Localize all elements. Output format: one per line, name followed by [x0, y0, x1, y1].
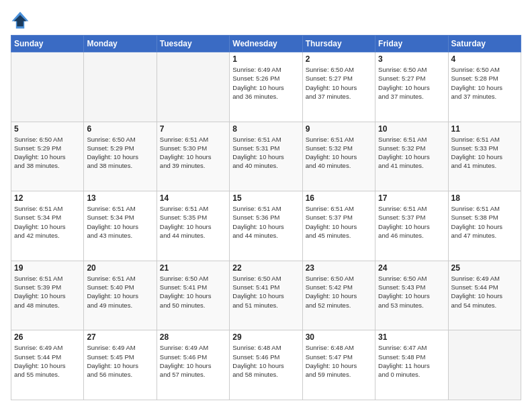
day-number: 15	[232, 193, 299, 203]
calendar-header-row: SundayMondayTuesdayWednesdayThursdayFrid…	[11, 36, 521, 52]
day-number: 4	[451, 54, 518, 64]
day-number: 14	[160, 193, 226, 203]
header	[11, 11, 521, 30]
day-number: 19	[14, 263, 81, 273]
calendar-cell	[11, 52, 84, 122]
day-info: Sunrise: 6:49 AM Sunset: 5:44 PM Dayligh…	[451, 274, 518, 310]
day-number: 18	[451, 193, 518, 203]
day-info: Sunrise: 6:50 AM Sunset: 5:41 PM Dayligh…	[160, 274, 226, 310]
day-number: 24	[378, 263, 445, 273]
day-number: 25	[451, 263, 518, 273]
day-number: 31	[378, 332, 445, 342]
calendar-cell: 7Sunrise: 6:51 AM Sunset: 5:30 PM Daylig…	[157, 122, 229, 191]
day-number: 17	[378, 193, 445, 203]
day-info: Sunrise: 6:48 AM Sunset: 5:47 PM Dayligh…	[306, 343, 372, 379]
calendar-cell: 22Sunrise: 6:50 AM Sunset: 5:41 PM Dayli…	[230, 261, 302, 330]
logo-icon	[11, 11, 30, 30]
day-info: Sunrise: 6:51 AM Sunset: 5:34 PM Dayligh…	[14, 204, 81, 240]
day-info: Sunrise: 6:51 AM Sunset: 5:34 PM Dayligh…	[87, 204, 153, 240]
calendar-cell: 8Sunrise: 6:51 AM Sunset: 5:31 PM Daylig…	[230, 122, 302, 191]
day-number: 27	[87, 332, 153, 342]
calendar-cell: 26Sunrise: 6:49 AM Sunset: 5:44 PM Dayli…	[11, 330, 84, 400]
calendar-week-0: 1Sunrise: 6:49 AM Sunset: 5:26 PM Daylig…	[11, 52, 521, 122]
calendar-header-friday: Friday	[375, 36, 448, 52]
calendar-header-monday: Monday	[84, 36, 157, 52]
calendar-cell: 31Sunrise: 6:47 AM Sunset: 5:48 PM Dayli…	[375, 330, 448, 400]
calendar-cell: 14Sunrise: 6:51 AM Sunset: 5:35 PM Dayli…	[157, 191, 229, 261]
calendar-week-4: 26Sunrise: 6:49 AM Sunset: 5:44 PM Dayli…	[11, 330, 521, 400]
svg-marker-1	[14, 15, 27, 26]
day-info: Sunrise: 6:50 AM Sunset: 5:42 PM Dayligh…	[306, 274, 372, 310]
calendar-cell: 16Sunrise: 6:51 AM Sunset: 5:37 PM Dayli…	[302, 191, 375, 261]
day-number: 9	[306, 124, 372, 134]
calendar-header-saturday: Saturday	[448, 36, 521, 52]
day-info: Sunrise: 6:50 AM Sunset: 5:41 PM Dayligh…	[232, 274, 299, 310]
day-info: Sunrise: 6:50 AM Sunset: 5:27 PM Dayligh…	[378, 65, 445, 101]
day-info: Sunrise: 6:49 AM Sunset: 5:44 PM Dayligh…	[14, 343, 81, 379]
day-number: 29	[232, 332, 299, 342]
calendar-cell: 3Sunrise: 6:50 AM Sunset: 5:27 PM Daylig…	[375, 52, 448, 122]
calendar-cell	[84, 52, 157, 122]
calendar-cell: 1Sunrise: 6:49 AM Sunset: 5:26 PM Daylig…	[230, 52, 302, 122]
calendar-cell: 28Sunrise: 6:49 AM Sunset: 5:46 PM Dayli…	[157, 330, 229, 400]
day-number: 12	[14, 193, 81, 203]
day-info: Sunrise: 6:51 AM Sunset: 5:39 PM Dayligh…	[14, 274, 81, 310]
calendar-cell	[157, 52, 229, 122]
day-number: 30	[306, 332, 372, 342]
calendar-header-thursday: Thursday	[302, 36, 375, 52]
calendar-cell: 13Sunrise: 6:51 AM Sunset: 5:34 PM Dayli…	[84, 191, 157, 261]
day-info: Sunrise: 6:51 AM Sunset: 5:30 PM Dayligh…	[160, 135, 226, 171]
day-info: Sunrise: 6:49 AM Sunset: 5:45 PM Dayligh…	[87, 343, 153, 379]
day-info: Sunrise: 6:50 AM Sunset: 5:29 PM Dayligh…	[87, 135, 153, 171]
day-info: Sunrise: 6:51 AM Sunset: 5:31 PM Dayligh…	[232, 135, 299, 171]
calendar-cell: 30Sunrise: 6:48 AM Sunset: 5:47 PM Dayli…	[302, 330, 375, 400]
day-info: Sunrise: 6:51 AM Sunset: 5:37 PM Dayligh…	[306, 204, 372, 240]
calendar-table: SundayMondayTuesdayWednesdayThursdayFrid…	[11, 35, 521, 400]
day-info: Sunrise: 6:51 AM Sunset: 5:40 PM Dayligh…	[87, 274, 153, 310]
day-info: Sunrise: 6:51 AM Sunset: 5:32 PM Dayligh…	[378, 135, 445, 171]
calendar-cell: 27Sunrise: 6:49 AM Sunset: 5:45 PM Dayli…	[84, 330, 157, 400]
day-number: 2	[306, 54, 372, 64]
calendar-cell: 21Sunrise: 6:50 AM Sunset: 5:41 PM Dayli…	[157, 261, 229, 330]
day-info: Sunrise: 6:51 AM Sunset: 5:36 PM Dayligh…	[232, 204, 299, 240]
day-number: 6	[87, 124, 153, 134]
calendar-cell: 2Sunrise: 6:50 AM Sunset: 5:27 PM Daylig…	[302, 52, 375, 122]
day-number: 13	[87, 193, 153, 203]
day-info: Sunrise: 6:51 AM Sunset: 5:33 PM Dayligh…	[451, 135, 518, 171]
day-info: Sunrise: 6:51 AM Sunset: 5:38 PM Dayligh…	[451, 204, 518, 240]
calendar-cell	[448, 330, 521, 400]
day-info: Sunrise: 6:48 AM Sunset: 5:46 PM Dayligh…	[232, 343, 299, 379]
calendar-cell: 18Sunrise: 6:51 AM Sunset: 5:38 PM Dayli…	[448, 191, 521, 261]
calendar-header-wednesday: Wednesday	[230, 36, 302, 52]
calendar-cell: 17Sunrise: 6:51 AM Sunset: 5:37 PM Dayli…	[375, 191, 448, 261]
day-number: 8	[232, 124, 299, 134]
day-number: 16	[306, 193, 372, 203]
calendar-cell: 29Sunrise: 6:48 AM Sunset: 5:46 PM Dayli…	[230, 330, 302, 400]
day-number: 23	[306, 263, 372, 273]
calendar-cell: 10Sunrise: 6:51 AM Sunset: 5:32 PM Dayli…	[375, 122, 448, 191]
calendar-cell: 24Sunrise: 6:50 AM Sunset: 5:43 PM Dayli…	[375, 261, 448, 330]
day-info: Sunrise: 6:49 AM Sunset: 5:26 PM Dayligh…	[232, 65, 299, 101]
page: SundayMondayTuesdayWednesdayThursdayFrid…	[0, 0, 532, 411]
day-info: Sunrise: 6:50 AM Sunset: 5:29 PM Dayligh…	[14, 135, 81, 171]
calendar-cell: 9Sunrise: 6:51 AM Sunset: 5:32 PM Daylig…	[302, 122, 375, 191]
day-info: Sunrise: 6:50 AM Sunset: 5:43 PM Dayligh…	[378, 274, 445, 310]
calendar-cell: 19Sunrise: 6:51 AM Sunset: 5:39 PM Dayli…	[11, 261, 84, 330]
calendar-week-2: 12Sunrise: 6:51 AM Sunset: 5:34 PM Dayli…	[11, 191, 521, 261]
day-number: 22	[232, 263, 299, 273]
day-number: 26	[14, 332, 81, 342]
calendar-cell: 11Sunrise: 6:51 AM Sunset: 5:33 PM Dayli…	[448, 122, 521, 191]
day-info: Sunrise: 6:51 AM Sunset: 5:35 PM Dayligh…	[160, 204, 226, 240]
day-info: Sunrise: 6:51 AM Sunset: 5:37 PM Dayligh…	[378, 204, 445, 240]
calendar-cell: 15Sunrise: 6:51 AM Sunset: 5:36 PM Dayli…	[230, 191, 302, 261]
calendar-week-3: 19Sunrise: 6:51 AM Sunset: 5:39 PM Dayli…	[11, 261, 521, 330]
day-number: 5	[14, 124, 81, 134]
calendar-cell: 5Sunrise: 6:50 AM Sunset: 5:29 PM Daylig…	[11, 122, 84, 191]
day-info: Sunrise: 6:50 AM Sunset: 5:27 PM Dayligh…	[306, 65, 372, 101]
day-info: Sunrise: 6:47 AM Sunset: 5:48 PM Dayligh…	[378, 343, 445, 379]
logo	[11, 11, 32, 30]
day-number: 7	[160, 124, 226, 134]
calendar-cell: 23Sunrise: 6:50 AM Sunset: 5:42 PM Dayli…	[302, 261, 375, 330]
day-number: 28	[160, 332, 226, 342]
calendar-week-1: 5Sunrise: 6:50 AM Sunset: 5:29 PM Daylig…	[11, 122, 521, 191]
